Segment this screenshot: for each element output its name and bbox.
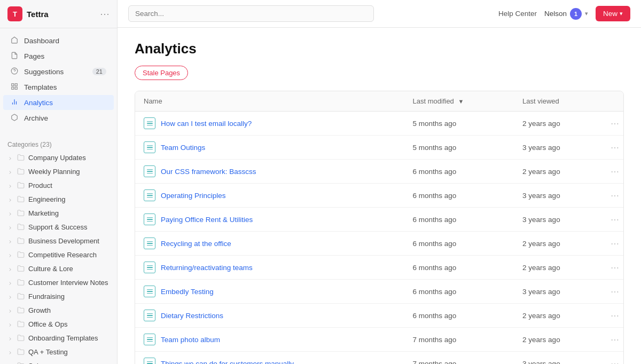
category-item-qa-testing[interactable]: QA + Testing — [2, 345, 115, 359]
category-item-marketing[interactable]: Marketing — [2, 207, 115, 220]
grid-icon — [11, 83, 19, 91]
row-menu-button[interactable]: ⋯ — [602, 232, 623, 256]
categories-header: Categories (23) — [0, 137, 117, 151]
category-item-business-development[interactable]: Business Development — [2, 234, 115, 248]
category-item-sales[interactable]: Sales — [2, 359, 115, 364]
doc-link[interactable]: Returning/reactivating teams — [161, 264, 253, 272]
table-row: Returning/reactivating teams 6 months ag… — [135, 256, 623, 280]
search-input[interactable] — [128, 5, 374, 22]
stale-pages-tab[interactable]: Stale Pages — [135, 66, 188, 80]
category-item-culture-lore[interactable]: Culture & Lore — [2, 262, 115, 275]
folder-icon — [17, 154, 25, 162]
doc-link[interactable]: Paying Office Rent & Utilities — [161, 216, 253, 224]
last-modified-cell: 6 months ago — [404, 208, 514, 232]
doc-link[interactable]: Operating Principles — [161, 192, 226, 200]
sidebar-menu-dots[interactable]: ⋯ — [100, 8, 110, 20]
sidebar-item-label: Analytics — [24, 99, 53, 107]
category-item-fundraising[interactable]: Fundraising — [2, 290, 115, 303]
doc-link[interactable]: Team Outings — [161, 144, 205, 152]
app-logo: T — [7, 6, 22, 21]
doc-icon — [144, 189, 155, 201]
chevron-right-icon — [7, 210, 14, 217]
chevron-right-icon — [7, 349, 14, 355]
sidebar-nav: Dashboard Pages Suggestions 21 Templates… — [0, 28, 117, 130]
new-button[interactable]: New ▾ — [596, 6, 630, 21]
sidebar-item-analytics[interactable]: Analytics — [3, 95, 114, 110]
user-name: Nelson — [544, 10, 567, 18]
last-viewed-cell: 3 years ago — [514, 208, 602, 232]
doc-icon — [144, 358, 155, 364]
category-item-product[interactable]: Product — [2, 179, 115, 192]
last-modified-cell: 7 months ago — [404, 328, 514, 352]
sidebar-item-label: Dashboard — [24, 37, 59, 45]
category-item-customer-interview-notes[interactable]: Customer Interview Notes — [2, 276, 115, 289]
chevron-right-icon — [7, 335, 14, 342]
chevron-right-icon — [7, 196, 14, 203]
row-menu-button[interactable]: ⋯ — [602, 208, 623, 232]
table-body: How can I test email locally? 5 months a… — [135, 112, 623, 365]
col-last-modified[interactable]: Last modified ▼ — [404, 91, 514, 112]
category-item-onboarding-templates[interactable]: Onboarding Templates — [2, 331, 115, 345]
row-menu-button[interactable]: ⋯ — [602, 280, 623, 304]
folder-icon — [17, 223, 25, 231]
row-menu-button[interactable]: ⋯ — [602, 352, 623, 365]
last-viewed-cell: 2 years ago — [514, 256, 602, 280]
folder-icon — [17, 251, 25, 259]
category-item-growth[interactable]: Growth — [2, 304, 115, 317]
sidebar-item-suggestions[interactable]: Suggestions 21 — [3, 64, 114, 79]
category-item-office-ops[interactable]: Office & Ops — [2, 318, 115, 331]
doc-name-cell: Returning/reactivating teams — [135, 256, 404, 280]
doc-link[interactable]: Embedly Testing — [161, 288, 214, 296]
chevron-right-icon — [7, 252, 14, 258]
row-menu-button[interactable]: ⋯ — [602, 328, 623, 352]
sidebar-item-pages[interactable]: Pages — [3, 49, 114, 64]
pages-table: Name Last modified ▼ Last viewed — [135, 91, 623, 364]
doc-icon — [144, 262, 155, 273]
table-row: Operating Principles 6 months ago 3 year… — [135, 184, 623, 208]
doc-link[interactable]: Things we can do for customers manually — [161, 360, 294, 365]
new-button-chevron-icon: ▾ — [620, 10, 623, 17]
doc-link[interactable]: Dietary Restrictions — [161, 312, 223, 320]
last-modified-cell: 6 months ago — [404, 184, 514, 208]
doc-link[interactable]: Recycling at the office — [161, 240, 231, 248]
table-row: Team Outings 5 months ago 3 years ago ⋯ — [135, 136, 623, 160]
last-viewed-cell: 2 years ago — [514, 328, 602, 352]
user-area[interactable]: Nelson 1 ▾ — [544, 8, 588, 20]
row-menu-button[interactable]: ⋯ — [602, 136, 623, 160]
category-item-company-updates[interactable]: Company Updates — [2, 151, 115, 164]
category-label: Weekly Planning — [28, 168, 80, 176]
last-modified-cell: 6 months ago — [404, 304, 514, 328]
folder-icon — [17, 209, 25, 217]
doc-link[interactable]: Our CSS framework: Basscss — [161, 168, 256, 176]
user-badge: 1 — [570, 8, 582, 20]
category-label: Product — [28, 181, 52, 189]
last-viewed-cell: 3 years ago — [514, 136, 602, 160]
last-modified-cell: 6 months ago — [404, 256, 514, 280]
doc-link[interactable]: How can I test email locally? — [161, 120, 252, 128]
doc-link[interactable]: Team photo album — [161, 336, 220, 344]
svg-rect-2 — [12, 84, 14, 86]
sidebar-item-archive[interactable]: Archive — [3, 110, 114, 125]
chevron-right-icon — [7, 169, 14, 175]
sidebar-item-label: Pages — [24, 52, 44, 60]
category-label: Customer Interview Notes — [28, 279, 108, 287]
row-menu-button[interactable]: ⋯ — [602, 184, 623, 208]
category-item-engineering[interactable]: Engineering — [2, 193, 115, 206]
category-label: Culture & Lore — [28, 265, 73, 273]
sidebar-item-dashboard[interactable]: Dashboard — [3, 33, 114, 48]
sidebar-item-templates[interactable]: Templates — [3, 80, 114, 94]
doc-icon — [144, 141, 155, 153]
sidebar-item-label: Suggestions — [24, 68, 64, 76]
chevron-right-icon — [7, 321, 14, 328]
row-menu-button[interactable]: ⋯ — [602, 256, 623, 280]
category-item-weekly-planning[interactable]: Weekly Planning — [2, 165, 115, 178]
last-modified-cell: 6 months ago — [404, 232, 514, 256]
folder-icon — [17, 334, 25, 342]
category-item-competitive-research[interactable]: Competitive Research — [2, 248, 115, 262]
row-menu-button[interactable]: ⋯ — [602, 160, 623, 184]
category-item-support-success[interactable]: Support & Success — [2, 220, 115, 234]
help-center-link[interactable]: Help Center — [498, 10, 537, 18]
row-menu-button[interactable]: ⋯ — [602, 304, 623, 328]
row-menu-button[interactable]: ⋯ — [602, 112, 623, 136]
category-label: Sales — [28, 362, 46, 364]
